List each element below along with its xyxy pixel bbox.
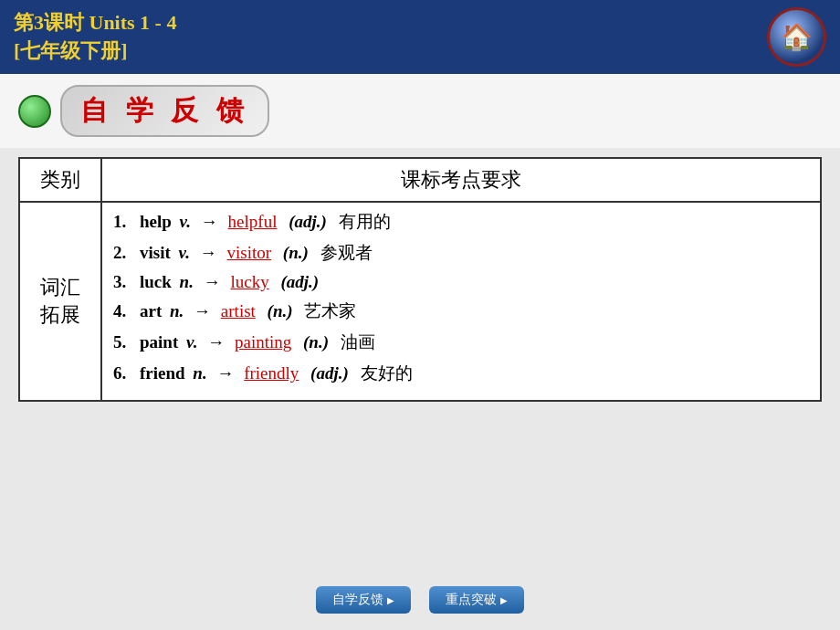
item-meaning: 有用的 [339,210,391,234]
item-base-word: friend [140,363,185,383]
item-meaning: 参观者 [320,241,373,265]
key-points-nav-btn[interactable]: 重点突破 [429,586,524,614]
vocab-list: 1. help v. → helpful (adj.) 有用的 2. visit… [113,210,809,385]
vocab-item: 6. friend n. → friendly (adj.) 友好的 [113,362,809,385]
item-base-word: luck [140,272,172,292]
item-pos-derived: (adj.) [280,272,319,292]
item-meaning: 艺术家 [304,299,356,323]
item-pos-base: v. [175,212,191,232]
item-arrow: → [189,301,215,321]
vocab-table: 类别 课标考点要求 词汇拓展 1. help v. → helpful (adj… [18,157,822,402]
item-answer: lucky [230,272,268,292]
title-line2: [七年级下册] [14,37,176,66]
category-text: 词汇拓展 [31,274,89,329]
item-meaning: 友好的 [361,362,413,385]
item-pos-base: n. [189,363,207,383]
item-arrow: → [213,363,239,383]
item-number: 6. [113,363,136,383]
item-pos-base: v. [182,332,197,352]
item-base-word: art [140,301,162,321]
main-content: 类别 课标考点要求 词汇拓展 1. help v. → helpful (adj… [0,148,840,411]
item-pos-derived: (adj.) [289,212,327,232]
item-pos-base: v. [174,243,190,263]
col2-header: 课标考点要求 [101,158,821,202]
item-arrow: → [203,332,229,352]
content-cell: 1. help v. → helpful (adj.) 有用的 2. visit… [101,202,821,401]
title-line1: 第3课时 Units 1 - 4 [14,9,176,37]
home-icon: 🏠 [781,22,813,52]
home-button[interactable]: 🏠 [767,7,826,67]
item-answer: painting [235,332,291,352]
self-study-banner: 自 学 反 馈 [0,74,840,148]
col1-header: 类别 [19,158,101,202]
item-number: 5. [113,332,136,352]
item-meaning: 油画 [341,331,375,354]
item-number: 1. [113,212,136,232]
item-number: 4. [113,301,136,321]
item-arrow: → [199,272,226,292]
item-base-word: help [140,212,172,232]
item-answer: helpful [228,212,278,232]
bottom-nav: 自学反馈 重点突破 [316,586,524,614]
green-circle-icon [18,95,51,128]
item-answer: artist [221,301,256,321]
vocab-item: 4. art n. → artist (n.) 艺术家 [113,299,809,323]
header: 第3课时 Units 1 - 4 [七年级下册] 🏠 [0,0,840,74]
vocab-item: 1. help v. → helpful (adj.) 有用的 [113,210,809,234]
item-answer: friendly [244,363,299,383]
item-answer: visitor [227,243,272,263]
banner-text: 自 学 反 馈 [60,85,269,137]
item-arrow: → [195,243,222,263]
vocab-item: 3. luck n. → lucky (adj.) [113,272,809,292]
item-pos-derived: (n.) [283,243,309,263]
item-pos-derived: (n.) [268,301,293,321]
item-pos-base: n. [165,301,184,321]
item-base-word: visit [140,243,171,263]
category-cell: 词汇拓展 [19,202,101,401]
vocab-item: 2. visit v. → visitor (n.) 参观者 [113,241,809,265]
item-pos-derived: (n.) [303,332,329,352]
header-title: 第3课时 Units 1 - 4 [七年级下册] [14,9,176,66]
item-number: 2. [113,243,136,263]
vocab-item: 5. paint v. → painting (n.) 油画 [113,331,809,354]
item-pos-base: n. [175,272,194,292]
item-number: 3. [113,272,136,292]
self-study-nav-btn[interactable]: 自学反馈 [316,586,411,614]
item-pos-derived: (adj.) [310,363,349,383]
item-base-word: paint [140,332,178,352]
item-arrow: → [196,212,223,232]
